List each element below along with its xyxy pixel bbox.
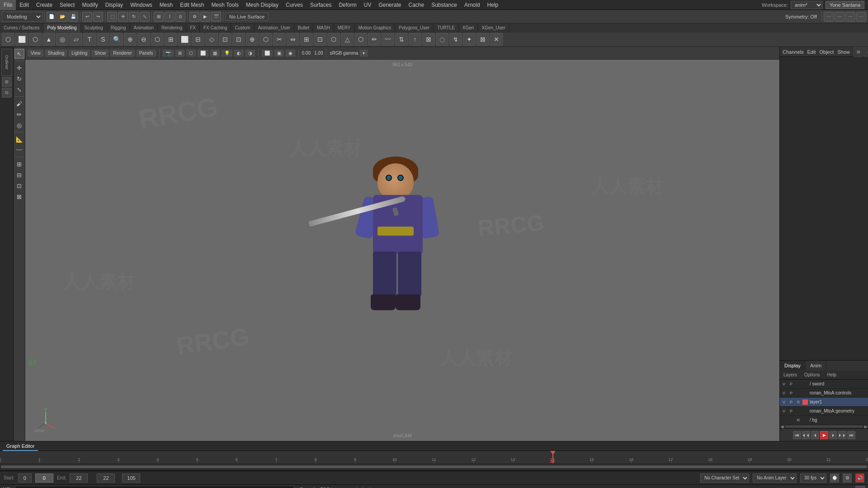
shelf-tab-xgenuser[interactable]: XGen_User [478, 23, 509, 33]
cmd-input[interactable] [15, 486, 294, 488]
menu-mesh[interactable]: Mesh [156, 0, 176, 10]
shelf-icon-bridge[interactable]: ⊡ [232, 33, 245, 46]
layer-r-4[interactable]: R [795, 418, 802, 422]
ipr-btn[interactable]: 🎬 [211, 12, 221, 22]
layer-p-3[interactable]: P [788, 409, 794, 413]
cb-sub-options[interactable]: Options [801, 371, 823, 380]
scale-tool-btn[interactable]: ⤡ [140, 12, 150, 22]
panels-menu[interactable]: Panels [137, 50, 156, 56]
extra-btn2[interactable]: ⋯ [835, 12, 844, 22]
render-btn[interactable]: ▶ [200, 12, 210, 22]
shelf-icon-bevel[interactable]: ◇ [205, 33, 218, 46]
shelf-icon-xtra2[interactable]: ✕ [490, 33, 503, 46]
vp-grid[interactable]: ⊞ [175, 50, 184, 56]
measure-tool[interactable]: 📐 [14, 134, 24, 144]
vp-ao[interactable]: ◑ [245, 50, 255, 56]
view-menu[interactable]: View [28, 50, 43, 56]
ruler-track[interactable]: 01234567891011121314151617181920212214 [0, 451, 868, 463]
pb-goto-end[interactable]: ⏭ [847, 431, 855, 439]
shelf-icon-reduce[interactable]: △ [341, 33, 354, 46]
object-btn[interactable]: Object [819, 49, 834, 55]
shelf-tab-turtle[interactable]: TURTLE [434, 23, 459, 33]
new-scene-btn[interactable]: 📄 [47, 12, 57, 22]
shelf-tab-rigging[interactable]: Rigging [107, 23, 130, 33]
soft-select-tool[interactable]: ◎ [14, 120, 24, 130]
menu-mesh-display[interactable]: Mesh Display [242, 0, 282, 10]
menu-mesh-tools[interactable]: Mesh Tools [208, 0, 242, 10]
viewport-canvas[interactable]: 960 x 540 shotCAM RRCG RRCG RRCG 人人素材 人人… [25, 60, 779, 441]
shelf-icon-zoomin[interactable]: ⊕ [124, 33, 137, 46]
shelf-tab-rendering[interactable]: Rendering [158, 23, 186, 33]
frame-start-input[interactable] [18, 474, 32, 483]
snap-curve-btn[interactable]: ⌇ [165, 12, 175, 22]
shelf-tab-motiongfx[interactable]: Motion Graphics [355, 23, 396, 33]
extra-btn4[interactable]: ⋯ [856, 12, 866, 22]
shelf-icon-norm[interactable]: ↑ [409, 33, 421, 46]
vp-field-chart[interactable]: ◉ [286, 50, 295, 56]
layer-v-3[interactable]: V [781, 409, 787, 413]
gamma-dropdown[interactable]: ▾ [360, 50, 368, 56]
shelf-tab-sculpting[interactable]: Sculpting [81, 23, 107, 33]
layer-v-0[interactable]: V [781, 382, 787, 386]
pb-step-back-key[interactable]: ⏴⏴ [802, 431, 810, 439]
move-tool-btn[interactable]: ✛ [118, 12, 128, 22]
shelf-tab-animuser[interactable]: Animation_User [255, 23, 294, 33]
shelf-icon-cleanup[interactable]: ✦ [463, 33, 476, 46]
shelf-icon-plane[interactable]: ▱ [70, 33, 82, 46]
cb-tab-display[interactable]: Display [780, 361, 806, 371]
shelf-icon-sphere[interactable]: ⬡ [2, 33, 14, 46]
snap-grid-btn[interactable]: ⊞ [154, 12, 164, 22]
shelf-tab-polymod[interactable]: Poly Modelling [43, 23, 80, 33]
menu-help[interactable]: Help [484, 0, 502, 10]
shelf-icon-retopo[interactable]: ⬡ [354, 33, 367, 46]
shelf-icon-multi2[interactable]: ⊞ [165, 33, 177, 46]
motion-trail[interactable]: 〰 [14, 145, 24, 155]
playhead[interactable] [552, 451, 553, 463]
layer-tool4[interactable]: ⊠ [14, 192, 24, 202]
menu-substance[interactable]: Substance [428, 0, 461, 10]
vp-shaded[interactable]: ⬜ [198, 50, 208, 56]
shelf-icon-multi3[interactable]: ⬜ [178, 33, 191, 46]
menu-cache[interactable]: Cache [405, 0, 428, 10]
shelf-icon-separate[interactable]: ⊡ [314, 33, 326, 46]
layer-row[interactable]: R/ bg [780, 416, 868, 425]
paint-tool[interactable]: 🖌 [14, 99, 24, 108]
pb-step-forward[interactable]: ⏵ [829, 431, 837, 439]
shelf-icon-xtra1[interactable]: ⊠ [476, 33, 489, 46]
layer-scroll[interactable]: ◀ ▶ [780, 425, 868, 428]
menu-edit-mesh[interactable]: Edit Mesh [176, 0, 208, 10]
layer-p-0[interactable]: P [788, 382, 794, 386]
layer-name-4[interactable]: / bg [809, 418, 867, 422]
fps-dropdown[interactable]: 30 fps 24 fps 60 fps [800, 474, 826, 483]
shelf-tab-custom[interactable]: Custom [231, 23, 254, 33]
shelf-icon-sculpt[interactable]: ✏ [368, 33, 381, 46]
pb-goto-start[interactable]: ⏮ [793, 431, 801, 439]
pb-step-forward-key[interactable]: ⏵⏵ [838, 431, 846, 439]
shelf-tab-polyuser[interactable]: Polygons_User [395, 23, 434, 33]
shelf-icon-flip[interactable]: ⇅ [395, 33, 408, 46]
move-tool[interactable]: ✛ [14, 63, 24, 73]
layer-tool1[interactable]: ⊞ [14, 159, 24, 169]
shelf-tab-fxcaching[interactable]: FX Caching [200, 23, 231, 33]
save-scene-btn[interactable]: 💾 [68, 12, 78, 22]
shelf-icon-combine[interactable]: ⊞ [300, 33, 313, 46]
shelf-icon-cut[interactable]: ✂ [273, 33, 286, 46]
vp-textured[interactable]: ▦ [210, 50, 220, 56]
menu-deform[interactable]: Deform [335, 0, 360, 10]
menu-windows[interactable]: Windows [127, 0, 156, 10]
vp-film-gate[interactable]: ▣ [274, 50, 284, 56]
layer-v-2[interactable]: V [781, 400, 787, 404]
menu-uv[interactable]: UV [360, 0, 375, 10]
no-live-surface-btn[interactable]: No Live Surface [225, 13, 269, 21]
render-settings-btn[interactable]: ⚙ [189, 12, 199, 22]
snap-point-btn[interactable]: ⊙ [175, 12, 185, 22]
layer-name-3[interactable]: ronan_MtoA:geometry [809, 408, 867, 413]
vp-shadows[interactable]: ◐ [234, 50, 244, 56]
extra-btn3[interactable]: ⋯ [845, 12, 855, 22]
shelf-icon-text[interactable]: T [83, 33, 96, 46]
autokey-toggle[interactable]: ⌚ [830, 474, 839, 483]
sound-toggle[interactable]: 🔊 [855, 474, 864, 483]
shelf-tab-fx[interactable]: FX [186, 23, 200, 33]
vp-wireframe[interactable]: ⬡ [186, 50, 196, 56]
undo-btn[interactable]: ↩ [82, 12, 92, 22]
